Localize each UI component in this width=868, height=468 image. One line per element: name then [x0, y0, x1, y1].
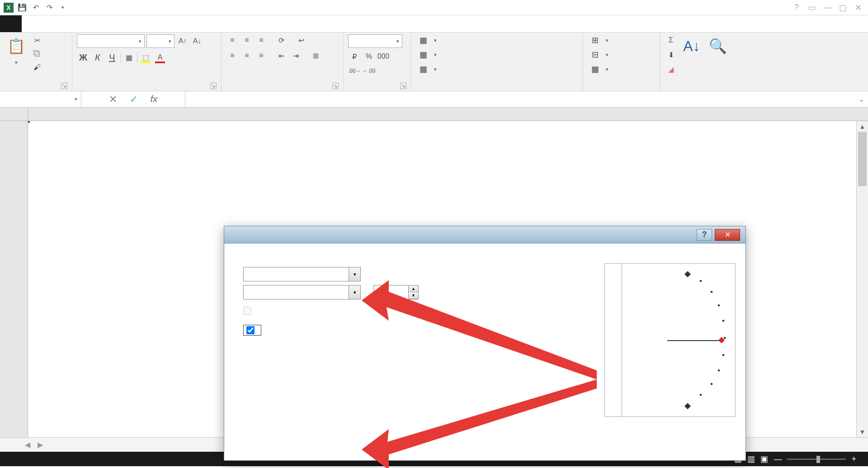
font-color-icon[interactable]: A — [154, 51, 166, 63]
wrap-text-checkbox[interactable] — [243, 325, 261, 336]
indent-spinner[interactable]: ▲▼ — [373, 285, 419, 300]
format-cells-button[interactable]: ▦▾ — [588, 63, 610, 75]
increase-indent-icon[interactable]: ⇥ — [289, 50, 302, 61]
decrease-indent-icon[interactable]: ⇤ — [275, 50, 288, 61]
wrap-text-icon[interactable]: ↩ — [295, 34, 307, 46]
name-box[interactable]: ▾ — [0, 91, 81, 107]
borders-icon[interactable]: ▦ — [123, 51, 135, 63]
increase-font-icon[interactable]: A↑ — [176, 35, 189, 47]
font-launcher-icon[interactable]: ↘ — [210, 83, 217, 89]
format-icon: ▦ — [590, 64, 600, 74]
binoculars-icon: 🔍 — [708, 36, 728, 56]
formula-cancel-icon[interactable]: ✕ — [109, 94, 117, 105]
formula-bar: ▾ ✕ ✓ fx ⌄ — [0, 91, 868, 108]
qat-customize-icon[interactable]: ▾ — [58, 3, 68, 13]
cut-icon[interactable]: ✂ — [31, 34, 43, 46]
align-center-icon[interactable]: ≡ — [241, 50, 253, 61]
decrease-font-icon[interactable]: A↓ — [191, 35, 203, 47]
maximize-icon[interactable]: ▢ — [836, 3, 849, 13]
sort-icon: A↓ — [682, 36, 702, 56]
insert-icon: ⊞ — [590, 35, 600, 45]
align-bottom-icon[interactable]: ≡ — [255, 34, 268, 46]
italic-button[interactable]: К — [91, 51, 104, 63]
scroll-up-icon[interactable]: ▲ — [857, 121, 868, 132]
close-icon[interactable]: ✕ — [852, 3, 864, 13]
number-format-combo[interactable]: ▾ — [348, 34, 402, 48]
format-painter-icon[interactable]: 🖌 — [31, 61, 43, 73]
clipboard-icon: 📋 — [6, 36, 26, 56]
align-middle-icon[interactable]: ≡ — [241, 34, 253, 46]
cell-styles-button[interactable]: ▦▾ — [416, 63, 439, 75]
percent-icon[interactable]: % — [363, 51, 375, 62]
clear-icon[interactable]: ◢ — [665, 63, 677, 75]
formula-input[interactable] — [185, 91, 854, 107]
bold-button[interactable]: Ж — [77, 51, 90, 63]
format-cells-dialog: ? ✕ ▾ ▾ — [224, 226, 746, 461]
copy-icon[interactable]: ⿻ — [31, 48, 43, 60]
orientation-icon[interactable]: ⟳ — [275, 34, 288, 46]
sort-filter-button[interactable]: A↓ — [680, 34, 703, 60]
fill-color-icon[interactable]: ⬚ — [139, 51, 152, 63]
find-select-button[interactable]: 🔍 — [706, 34, 730, 60]
alignment-launcher-icon[interactable]: ↘ — [332, 83, 339, 89]
decrease-decimal-icon[interactable]: ←.00 — [363, 65, 375, 77]
distribute-checkbox — [243, 307, 586, 315]
cell-b3-content[interactable] — [28, 121, 33, 125]
increase-decimal-icon[interactable]: .00→ — [348, 65, 361, 77]
paste-button[interactable]: 📋 ▾ — [5, 34, 28, 67]
comma-icon[interactable]: 000 — [377, 51, 390, 62]
format-as-table-button[interactable]: ▦▾ — [416, 49, 439, 61]
title-bar: X 💾 ↶ ↷ ▾ ? ▭ — ▢ ✕ — [0, 0, 868, 15]
clipboard-launcher-icon[interactable]: ↘ — [61, 83, 67, 89]
vertical-scrollbar[interactable]: ▲ ▼ — [856, 121, 868, 437]
dialog-titlebar[interactable]: ? ✕ — [224, 226, 745, 243]
minimize-icon[interactable]: — — [821, 3, 834, 13]
zoom-out-icon[interactable]: — — [774, 454, 782, 464]
autosum-icon[interactable]: Σ — [665, 34, 677, 46]
horizontal-align-combo[interactable]: ▾ — [243, 267, 361, 281]
scroll-thumb[interactable] — [858, 132, 867, 186]
dialog-help-icon[interactable]: ? — [697, 229, 712, 241]
number-launcher-icon[interactable]: ↘ — [400, 83, 406, 89]
save-icon[interactable]: 💾 — [17, 3, 27, 13]
zoom-in-icon[interactable]: + — [851, 454, 856, 464]
file-tab[interactable] — [0, 15, 22, 32]
table-icon: ▦ — [418, 50, 429, 60]
vertical-align-combo[interactable]: ▾ — [243, 285, 361, 300]
cond-format-icon: ▦ — [418, 35, 429, 45]
cell-style-icon: ▦ — [418, 64, 429, 74]
font-size-combo[interactable]: ▾ — [146, 34, 175, 48]
currency-icon[interactable]: ₽ — [348, 51, 361, 62]
vertical-text-button[interactable] — [605, 264, 622, 417]
align-right-icon[interactable]: ≡ — [255, 50, 268, 61]
merge-icon[interactable]: ⊞ — [309, 50, 322, 61]
ribbon-tabs — [0, 15, 868, 33]
redo-icon[interactable]: ↷ — [44, 3, 54, 13]
excel-icon: X — [4, 3, 14, 13]
font-name-combo[interactable]: ▾ — [77, 34, 145, 48]
view-page-icon[interactable]: ▥ — [747, 454, 755, 464]
delete-cells-button[interactable]: ⊟▾ — [588, 49, 610, 61]
fill-icon[interactable]: ⬇ — [665, 49, 677, 61]
dialog-close-icon[interactable]: ✕ — [715, 229, 740, 241]
view-break-icon[interactable]: ▣ — [760, 454, 768, 464]
signin-link[interactable] — [855, 15, 868, 32]
help-icon[interactable]: ? — [790, 3, 803, 13]
sheet-nav-next-icon[interactable]: ▶ — [38, 440, 43, 449]
zoom-slider[interactable] — [787, 459, 846, 460]
ribbon-options-icon[interactable]: ▭ — [806, 3, 818, 13]
conditional-formatting-button[interactable]: ▦▾ — [416, 34, 439, 46]
formula-enter-icon[interactable]: ✓ — [130, 94, 138, 105]
insert-cells-button[interactable]: ⊞▾ — [588, 34, 610, 46]
sheet-nav-prev-icon[interactable]: ◀ — [25, 440, 30, 449]
scroll-down-icon[interactable]: ▼ — [857, 426, 868, 437]
align-left-icon[interactable]: ≡ — [226, 50, 239, 61]
fx-icon[interactable]: fx — [151, 94, 158, 104]
undo-icon[interactable]: ↶ — [31, 3, 41, 13]
align-top-icon[interactable]: ≡ — [226, 34, 239, 46]
underline-button[interactable]: Ч — [106, 51, 118, 63]
orientation-control[interactable] — [604, 263, 736, 417]
delete-icon: ⊟ — [590, 50, 600, 60]
select-all-button[interactable] — [0, 108, 28, 121]
expand-formula-bar-icon[interactable]: ⌄ — [854, 91, 868, 107]
